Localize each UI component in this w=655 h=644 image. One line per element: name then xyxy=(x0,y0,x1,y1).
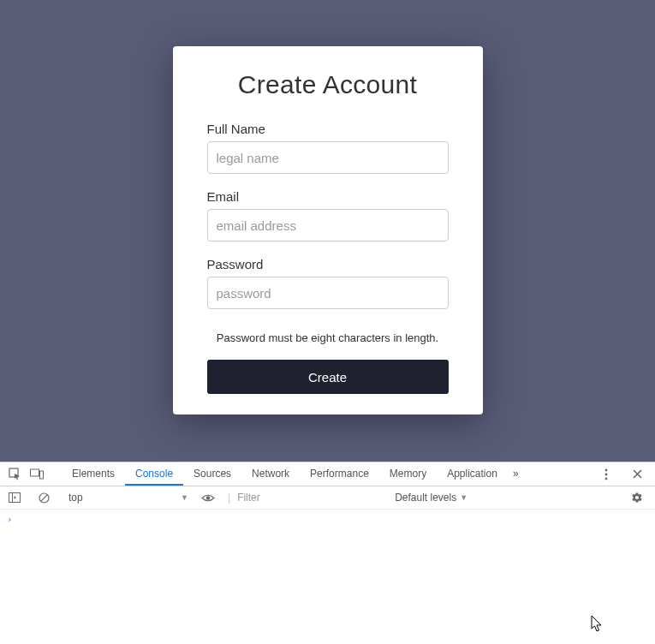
svg-line-9 xyxy=(40,494,47,501)
chevron-down-icon: ▼ xyxy=(181,493,188,502)
tab-performance[interactable]: Performance xyxy=(300,462,379,486)
svg-rect-1 xyxy=(31,469,39,476)
log-levels-label: Default levels xyxy=(395,492,456,504)
email-input[interactable] xyxy=(207,209,449,242)
console-settings-icon[interactable] xyxy=(628,488,646,507)
fullname-label: Full Name xyxy=(207,122,449,136)
devtools-tabbar: Elements Console Sources Network Perform… xyxy=(0,462,655,486)
svg-point-10 xyxy=(206,496,210,499)
svg-point-3 xyxy=(605,468,608,471)
password-input[interactable] xyxy=(207,277,449,309)
console-prompt: › xyxy=(7,514,13,525)
live-expression-icon[interactable] xyxy=(199,488,217,507)
email-label: Email xyxy=(207,189,449,204)
svg-point-5 xyxy=(605,477,608,480)
kebab-menu-icon[interactable] xyxy=(597,465,616,484)
log-levels-select[interactable]: Default levels ▼ xyxy=(390,489,473,506)
tab-application[interactable]: Application xyxy=(437,462,508,486)
signup-card: Create Account Full Name Email Password … xyxy=(173,46,483,414)
inspect-icon[interactable] xyxy=(5,465,24,484)
tab-sources[interactable]: Sources xyxy=(183,462,241,486)
clear-console-icon[interactable] xyxy=(34,488,53,507)
svg-point-4 xyxy=(605,473,608,475)
devtools-panel: Elements Console Sources Network Perform… xyxy=(0,462,655,644)
context-select-label: top xyxy=(68,492,83,504)
svg-rect-2 xyxy=(40,471,44,479)
tab-memory[interactable]: Memory xyxy=(379,462,437,486)
tab-network[interactable]: Network xyxy=(241,462,300,486)
tab-elements[interactable]: Elements xyxy=(62,462,125,486)
tab-console[interactable]: Console xyxy=(125,462,183,486)
close-icon[interactable] xyxy=(628,465,646,484)
device-toggle-icon[interactable] xyxy=(27,465,46,484)
console-body[interactable]: › xyxy=(0,510,655,528)
console-toolbar: top ▼ | Default levels ▼ xyxy=(0,486,655,510)
tab-more[interactable]: » xyxy=(508,462,524,486)
card-title: Create Account xyxy=(207,70,449,99)
password-hint: Password must be eight characters in len… xyxy=(207,331,449,344)
fullname-input[interactable] xyxy=(207,141,449,174)
context-select[interactable]: top ▼ xyxy=(63,489,192,506)
chevron-down-icon: ▼ xyxy=(460,493,467,502)
console-sidebar-toggle-icon[interactable] xyxy=(5,488,24,507)
password-label: Password xyxy=(207,257,449,271)
create-button[interactable]: Create xyxy=(207,360,449,394)
page-background: Create Account Full Name Email Password … xyxy=(0,0,655,462)
console-filter-input[interactable] xyxy=(237,489,383,506)
